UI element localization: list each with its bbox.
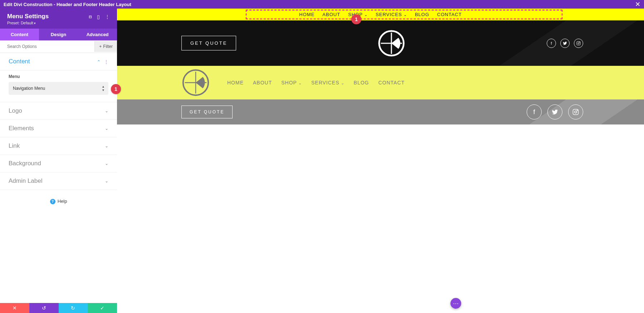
divi-fab-button[interactable]: ⋯ bbox=[450, 298, 461, 309]
tab-content[interactable]: Content bbox=[0, 29, 39, 40]
redo-button[interactable]: ↻ bbox=[59, 303, 88, 313]
svg-point-7 bbox=[577, 110, 578, 111]
more-icon[interactable]: ⋮ bbox=[105, 14, 110, 20]
chevron-down-icon: ⌄ bbox=[105, 161, 108, 166]
preview-canvas: HOME ABOUT SHOP SERVICES BLOG CONTACT GE… bbox=[117, 9, 644, 313]
get-quote-button[interactable]: GET QUOTE bbox=[181, 36, 236, 50]
nav1-contact[interactable]: CONTACT bbox=[437, 12, 462, 17]
select-chevron-icon: ▴▾ bbox=[102, 85, 104, 92]
facebook-icon[interactable]: f bbox=[527, 104, 542, 119]
undo-button[interactable]: ↺ bbox=[29, 303, 59, 313]
settings-tabs: Content Design Advanced bbox=[0, 29, 117, 40]
nav1-blog[interactable]: BLOG bbox=[415, 12, 429, 17]
filter-button[interactable]: + Filter bbox=[94, 41, 117, 52]
nav1-home[interactable]: HOME bbox=[299, 12, 314, 17]
menu-field: Menu Navigation Menu ▴▾ 1 bbox=[0, 70, 117, 102]
nav2-shop[interactable]: SHOP bbox=[281, 80, 302, 85]
chevron-down-icon: ⌄ bbox=[105, 108, 108, 113]
nav2-about[interactable]: ABOUT bbox=[253, 80, 272, 85]
instagram-icon[interactable] bbox=[568, 104, 583, 119]
instagram-icon[interactable] bbox=[574, 39, 583, 48]
section-admin-label[interactable]: Admin Label ⌄ bbox=[0, 172, 117, 190]
annotation-badge-2: 1 bbox=[111, 84, 121, 94]
preset-selector[interactable]: Preset: Default bbox=[7, 21, 49, 25]
secondary-nav-bar: HOME ABOUT SHOP SERVICES BLOG CONTACT bbox=[117, 66, 644, 99]
tab-design[interactable]: Design bbox=[39, 29, 78, 40]
section-background[interactable]: Background ⌄ bbox=[0, 155, 117, 172]
chevron-down-icon: ⌄ bbox=[105, 178, 108, 184]
logo-white bbox=[377, 29, 405, 57]
svg-point-2 bbox=[578, 43, 579, 44]
nav2-links: HOME ABOUT SHOP SERVICES BLOG CONTACT bbox=[227, 80, 405, 85]
sidebar-footer: ✕ ↺ ↻ ✓ bbox=[0, 303, 117, 313]
chevron-down-icon: ⌄ bbox=[105, 143, 108, 148]
section-elements[interactable]: Elements ⌄ bbox=[0, 120, 117, 137]
plus-icon: + bbox=[99, 44, 102, 49]
twitter-icon[interactable] bbox=[547, 104, 562, 119]
section-more-icon[interactable]: ⋮ bbox=[104, 59, 108, 64]
editor-title: Edit Divi Construction - Header and Foot… bbox=[4, 2, 131, 7]
top-nav-menu: HOME ABOUT SHOP SERVICES BLOG CONTACT bbox=[117, 9, 644, 20]
grey-header-bar: GET QUOTE f bbox=[117, 99, 644, 124]
facebook-icon[interactable]: f bbox=[547, 39, 556, 48]
search-input[interactable] bbox=[0, 40, 94, 53]
nav2-contact[interactable]: CONTACT bbox=[379, 80, 405, 85]
nav1-services[interactable]: SERVICES bbox=[376, 12, 407, 17]
search-row: + Filter bbox=[0, 40, 117, 53]
logo-grey bbox=[181, 68, 210, 97]
settings-sidebar: Menu Settings Preset: Default ⧈ ▯ ⋮ Cont… bbox=[0, 9, 117, 313]
section-content[interactable]: Content ⌃⋮ bbox=[0, 53, 117, 70]
editor-titlebar: Edit Divi Construction - Header and Foot… bbox=[0, 0, 644, 9]
twitter-icon[interactable] bbox=[560, 39, 570, 48]
responsive-icon[interactable]: ▯ bbox=[97, 14, 100, 20]
chevron-up-icon: ⌃ bbox=[97, 59, 101, 64]
tab-advanced[interactable]: Advanced bbox=[78, 29, 117, 40]
social-row-dark: f bbox=[547, 39, 583, 48]
get-quote-button-2[interactable]: GET QUOTE bbox=[181, 106, 233, 118]
section-link[interactable]: Link ⌄ bbox=[0, 137, 117, 155]
svg-point-6 bbox=[575, 111, 577, 113]
save-button[interactable]: ✓ bbox=[88, 303, 117, 313]
hover-icon[interactable]: ⧈ bbox=[89, 14, 92, 20]
svg-point-3 bbox=[579, 42, 580, 42]
help-icon: ? bbox=[50, 199, 55, 204]
sidebar-header: Menu Settings Preset: Default ⧈ ▯ ⋮ bbox=[0, 9, 117, 29]
menu-field-label: Menu bbox=[9, 74, 108, 79]
chevron-down-icon: ⌄ bbox=[105, 126, 108, 131]
cancel-button[interactable]: ✕ bbox=[0, 303, 29, 313]
nav2-services[interactable]: SERVICES bbox=[311, 80, 345, 85]
close-icon[interactable]: ✕ bbox=[635, 0, 640, 8]
annotation-badge-1: 1 bbox=[351, 14, 361, 24]
sidebar-title: Menu Settings bbox=[7, 13, 49, 20]
menu-select[interactable]: Navigation Menu ▴▾ 1 bbox=[9, 82, 108, 95]
help-row[interactable]: ?Help bbox=[0, 190, 117, 213]
social-row-grey: f bbox=[527, 104, 583, 119]
section-logo[interactable]: Logo ⌄ bbox=[0, 102, 117, 120]
nav2-blog[interactable]: BLOG bbox=[354, 80, 369, 85]
dark-header-bar: GET QUOTE f bbox=[117, 20, 644, 66]
nav2-home[interactable]: HOME bbox=[227, 80, 244, 85]
nav1-about[interactable]: ABOUT bbox=[322, 12, 340, 17]
